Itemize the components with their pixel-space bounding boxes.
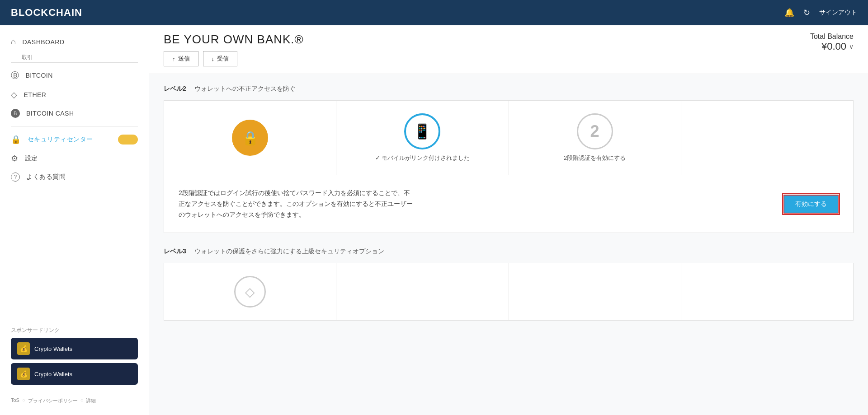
sidebar: ⌂ DASHBOARD 取引 Ⓑ BITCOIN ◇ ETHER B BITCO… [0, 25, 149, 415]
notification-icon[interactable]: 🔔 [784, 8, 794, 18]
level2-prefix: レベル2 [164, 85, 186, 92]
sidebar-item-label: ETHER [24, 91, 47, 98]
home-icon: ⌂ [11, 37, 16, 47]
level3-header-text: ウォレットの保護をさらに強力にする上級セキュリティオプション [188, 247, 384, 255]
app-header: BLOCKCHAIN 🔔 ↻ サインアウト [0, 0, 868, 25]
sidebar-item-ether[interactable]: ◇ ETHER [0, 85, 149, 104]
total-balance-section: Total Balance ¥0.00 ∨ [810, 33, 854, 52]
sponsor-ad-icon-1: 💰 [17, 342, 30, 355]
sponsor-ad-2[interactable]: 💰 Crypto Wallets [11, 363, 138, 385]
trade-section-label: 取引 [11, 52, 44, 62]
enable-button[interactable]: 有効にする [783, 195, 839, 214]
detail-link[interactable]: 詳細 [86, 397, 96, 404]
step2-check-label: ✓ モバイルがリンク付けされました [375, 154, 470, 162]
sponsor-section: スポンサードリンク 💰 Crypto Wallets 💰 Crypto Wall… [0, 321, 149, 394]
trade-divider [11, 62, 138, 63]
level2-header-text: ウォレットへの不正アクセスを防ぐ [188, 85, 296, 92]
security-info-text: 2段階認証ではログイン試行の後使い捨てパスワード入力を必須にすることで、不正なア… [179, 188, 414, 220]
sidebar-item-label: DASHBOARD [22, 38, 64, 46]
step3-cell-1: ◇ [164, 263, 336, 320]
bitcoin-icon: Ⓑ [11, 70, 19, 81]
level3-step-icon: ◇ [234, 276, 266, 308]
sidebar-item-bitcoin[interactable]: Ⓑ BITCOIN [0, 65, 149, 85]
sidebar-item-label: BITCOIN [26, 72, 53, 79]
main-content: BE YOUR OWN BANK.® ↑ 送信 ↓ 受信 Total Balan… [149, 25, 868, 415]
phone-icon: 📱 [404, 113, 440, 149]
total-balance-label: Total Balance [810, 33, 854, 41]
bitcoin-cash-icon: B [11, 109, 20, 118]
faq-icon: ? [11, 173, 20, 182]
security-info-box: 2段階認証ではログイン試行の後使い捨てパスワード入力を必須にすることで、不正なア… [164, 175, 854, 233]
receive-button[interactable]: ↓ 受信 [203, 51, 238, 66]
sponsor-ad-text-2: Crypto Wallets [34, 371, 72, 378]
receive-icon: ↓ [212, 56, 215, 62]
sidebar-item-label: BITCOIN CASH [26, 110, 74, 117]
level3-header: レベル3 ウォレットの保護をさらに強力にする上級セキュリティオプション [164, 247, 854, 256]
step-cell-3: 2 2段階認証を有効にする [509, 101, 681, 175]
step3-label: 2段階認証を有効にする [564, 154, 626, 162]
sidebar-item-dashboard[interactable]: ⌂ DASHBOARD [0, 33, 149, 51]
send-button[interactable]: ↑ 送信 [164, 51, 198, 66]
settings-icon: ⚙ [11, 154, 19, 163]
main-topbar: BE YOUR OWN BANK.® ↑ 送信 ↓ 受信 Total Balan… [149, 25, 868, 74]
sponsor-ad-text-1: Crypto Wallets [34, 345, 72, 352]
refresh-icon[interactable]: ↻ [803, 8, 810, 18]
sidebar-trade-section: 取引 [0, 51, 149, 65]
main-layout: ⌂ DASHBOARD 取引 Ⓑ BITCOIN ◇ ETHER B BITCO… [0, 25, 868, 415]
sponsor-label: スポンサードリンク [11, 326, 138, 334]
lock-icon: 🔒 [232, 120, 268, 156]
balance-chevron-icon[interactable]: ∨ [849, 43, 854, 50]
tos-link[interactable]: ToS [11, 397, 19, 404]
steps-row-level2: 🔒 📱 ✓ モバイルがリンク付けされました 2 2段階認証を有効にする [164, 100, 854, 175]
sidebar-item-label: よくある質問 [26, 173, 66, 181]
step-cell-1: 🔒 [164, 101, 336, 175]
level2-header: レベル2 ウォレットへの不正アクセスを防ぐ [164, 85, 854, 93]
sidebar-footer: ToS ○ プライバシーポリシー ○ 詳細 [0, 394, 149, 408]
step3-cell-3 [509, 263, 681, 320]
step-cell-2: 📱 ✓ モバイルがリンク付けされました [336, 101, 509, 175]
sidebar-item-label: セキュリティセンター [28, 135, 93, 144]
step-cell-4 [681, 101, 853, 175]
total-balance-value: ¥0.00 ∨ [810, 41, 854, 52]
hero-section: BE YOUR OWN BANK.® ↑ 送信 ↓ 受信 [164, 33, 304, 66]
hero-actions: ↑ 送信 ↓ 受信 [164, 51, 304, 66]
balance-amount: ¥0.00 [821, 41, 846, 52]
sidebar-item-bitcoin-cash[interactable]: B BITCOIN CASH [0, 104, 149, 122]
steps-row-level3: ◇ [164, 263, 854, 321]
sponsor-ad-icon-2: 💰 [17, 368, 30, 380]
level3-prefix: レベル3 [164, 247, 186, 255]
sponsor-ad-1[interactable]: 💰 Crypto Wallets [11, 338, 138, 359]
step3-number: 2 [590, 122, 599, 141]
privacy-link[interactable]: プライバシーポリシー [28, 397, 78, 404]
hero-title: BE YOUR OWN BANK.® [164, 33, 304, 47]
step3-number-icon: 2 [577, 113, 613, 149]
sidebar-item-security[interactable]: 🔒 セキュリティセンター [0, 130, 149, 149]
security-section: レベル2 ウォレットへの不正アクセスを防ぐ 🔒 📱 ✓ モバイルがリンク付けされ… [149, 74, 868, 331]
security-toggle-badge [118, 135, 138, 145]
sidebar-item-label: 設定 [25, 154, 38, 163]
send-icon: ↑ [172, 56, 175, 62]
sidebar-item-faq[interactable]: ? よくある質問 [0, 168, 149, 186]
step3-cell-2 [336, 263, 509, 320]
signout-button[interactable]: サインアウト [819, 9, 857, 17]
step3-cell-4 [681, 263, 853, 320]
nav-divider [11, 126, 138, 126]
header-actions: 🔔 ↻ サインアウト [784, 8, 857, 18]
sidebar-item-settings[interactable]: ⚙ 設定 [0, 149, 149, 168]
logo: BLOCKCHAIN [11, 7, 82, 19]
security-icon: 🔒 [11, 135, 21, 145]
ether-icon: ◇ [11, 90, 18, 100]
